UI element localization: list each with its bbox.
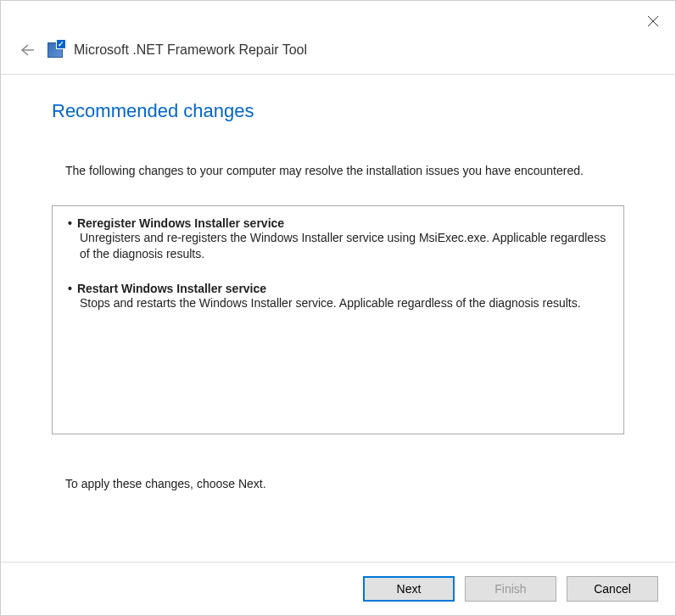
app-icon xyxy=(47,42,64,59)
finish-button: Finish xyxy=(465,576,556,602)
app-title: Microsoft .NET Framework Repair Tool xyxy=(74,42,307,58)
page-heading: Recommended changes xyxy=(52,100,624,122)
next-button[interactable]: Next xyxy=(363,576,455,602)
button-bar: Next Finish Cancel xyxy=(1,562,675,615)
bullet-icon: • xyxy=(68,216,72,230)
changes-panel: • Reregister Windows Installer service U… xyxy=(52,205,624,434)
change-item: • Restart Windows Installer service Stop… xyxy=(68,282,608,312)
close-button[interactable] xyxy=(641,9,665,33)
titlebar xyxy=(1,1,675,33)
cancel-button[interactable]: Cancel xyxy=(567,576,658,602)
change-item: • Reregister Windows Installer service U… xyxy=(68,216,608,263)
content-area: Recommended changes The following change… xyxy=(1,75,675,562)
change-description: Stops and restarts the Windows Installer… xyxy=(68,295,608,312)
change-description: Unregisters and re-registers the Windows… xyxy=(68,230,608,263)
back-arrow-icon xyxy=(18,42,35,59)
wizard-window: Microsoft .NET Framework Repair Tool Rec… xyxy=(0,0,676,616)
back-button[interactable] xyxy=(16,40,36,60)
bullet-icon: • xyxy=(68,282,72,295)
close-icon xyxy=(647,15,659,27)
header: Microsoft .NET Framework Repair Tool xyxy=(1,33,675,75)
intro-text: The following changes to your computer m… xyxy=(52,163,624,180)
change-title: Reregister Windows Installer service xyxy=(77,216,284,230)
footer-text: To apply these changes, choose Next. xyxy=(52,477,624,490)
change-title: Restart Windows Installer service xyxy=(77,282,266,295)
